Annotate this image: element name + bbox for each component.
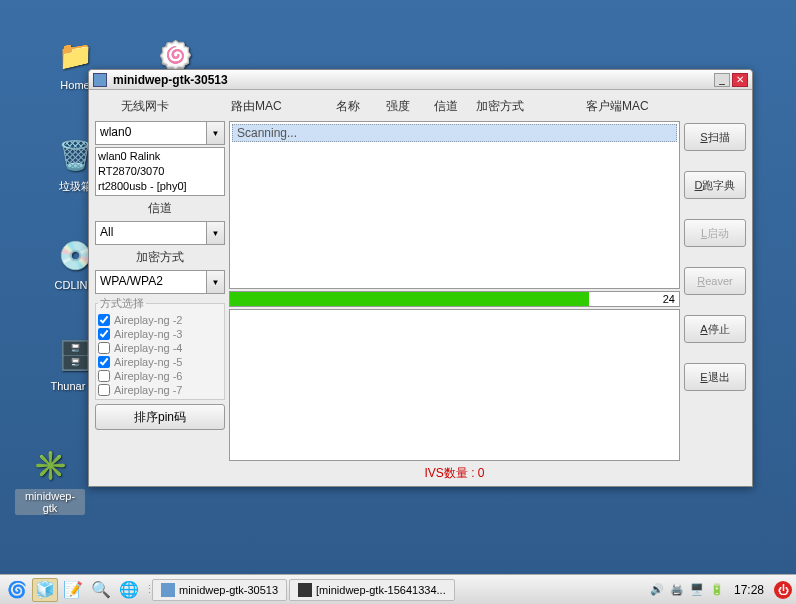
minimize-button[interactable]: _ bbox=[714, 73, 730, 87]
checkbox[interactable] bbox=[98, 356, 110, 368]
window-title: minidwep-gtk-30513 bbox=[113, 73, 712, 87]
wlan-listbox[interactable]: wlan0 Ralink RT2870/3070 rt2800usb - [ph… bbox=[95, 147, 225, 196]
checkbox[interactable] bbox=[98, 328, 110, 340]
right-panel: S扫描 D跑字典 L启动 Reaver A停止 E退出 bbox=[684, 121, 746, 484]
scan-button[interactable]: S扫描 bbox=[684, 123, 746, 151]
method-option[interactable]: Aireplay-ng -2 bbox=[98, 313, 222, 327]
task-button-minidwep[interactable]: minidwep-gtk-30513 bbox=[152, 579, 287, 601]
channel-value: All bbox=[95, 221, 207, 245]
checkbox[interactable] bbox=[98, 314, 110, 326]
method-option[interactable]: Aireplay-ng -6 bbox=[98, 369, 222, 383]
progress-fill bbox=[230, 292, 589, 306]
clock[interactable]: 17:28 bbox=[730, 583, 768, 597]
list-item[interactable]: RT2870/3070 bbox=[98, 164, 222, 179]
window-icon bbox=[93, 73, 107, 87]
list-item[interactable]: wlan0 Ralink bbox=[98, 149, 222, 164]
methods-fieldset: 方式选择 Aireplay-ng -2 Aireplay-ng -3 Airep… bbox=[95, 296, 225, 400]
method-option[interactable]: Aireplay-ng -7 bbox=[98, 383, 222, 397]
scanning-text: Scanning... bbox=[232, 124, 677, 142]
checkbox[interactable] bbox=[98, 370, 110, 382]
task-button-terminal[interactable]: [minidwep-gtk-15641334... bbox=[289, 579, 455, 601]
chevron-down-icon[interactable]: ▼ bbox=[207, 121, 225, 145]
editor-icon[interactable]: 📝 bbox=[60, 578, 86, 602]
taskbar: 🌀 🧊 📝 🔍 🌐 ⋮ minidwep-gtk-30513 [minidwep… bbox=[0, 574, 796, 604]
reaver-button[interactable]: Reaver bbox=[684, 267, 746, 295]
desktop-icon-minidwep-gtk[interactable]: ✳️ minidwep-gtk bbox=[15, 445, 85, 515]
left-panel: wlan0 ▼ wlan0 Ralink RT2870/3070 rt2800u… bbox=[95, 121, 225, 484]
display-icon[interactable]: 🖥️ bbox=[690, 583, 704, 596]
log-output[interactable] bbox=[229, 309, 680, 461]
power-button[interactable]: ⏻ bbox=[774, 581, 792, 599]
separator: ⋮ bbox=[144, 583, 150, 596]
volume-icon[interactable]: 🔊 bbox=[650, 583, 664, 596]
exit-button[interactable]: E退出 bbox=[684, 363, 746, 391]
printer-icon[interactable]: 🖨️ bbox=[670, 583, 684, 596]
wlan-combo[interactable]: wlan0 ▼ bbox=[95, 121, 225, 145]
method-option[interactable]: Aireplay-ng -5 bbox=[98, 355, 222, 369]
task-label: [minidwep-gtk-15641334... bbox=[316, 584, 446, 596]
checkbox[interactable] bbox=[98, 384, 110, 396]
progress-value: 24 bbox=[663, 293, 675, 305]
wlan-value: wlan0 bbox=[95, 121, 207, 145]
terminal-icon bbox=[298, 583, 312, 597]
checkbox[interactable] bbox=[98, 342, 110, 354]
scan-results[interactable]: Scanning... bbox=[229, 121, 680, 289]
dict-button[interactable]: D跑字典 bbox=[684, 171, 746, 199]
encryption-combo[interactable]: WPA/WPA2 ▼ bbox=[95, 270, 225, 294]
list-item[interactable]: rt2800usb - [phy0] bbox=[98, 179, 222, 194]
stop-button[interactable]: A停止 bbox=[684, 315, 746, 343]
icon-label: minidwep-gtk bbox=[15, 489, 85, 515]
app-icon: ✳️ bbox=[30, 445, 70, 485]
start-menu-icon[interactable]: 🌀 bbox=[4, 578, 30, 602]
chevron-down-icon[interactable]: ▼ bbox=[207, 221, 225, 245]
browser-icon[interactable]: 🌐 bbox=[116, 578, 142, 602]
show-desktop-icon[interactable]: 🧊 bbox=[32, 578, 58, 602]
progress-bar: 24 bbox=[229, 291, 680, 307]
methods-legend: 方式选择 bbox=[98, 296, 146, 311]
window-icon bbox=[161, 583, 175, 597]
method-option[interactable]: Aireplay-ng -3 bbox=[98, 327, 222, 341]
system-tray: 🔊 🖨️ 🖥️ 🔋 17:28 ⏻ bbox=[650, 581, 792, 599]
ivs-count: IVS数量 : 0 bbox=[229, 463, 680, 484]
encryption-value: WPA/WPA2 bbox=[95, 270, 207, 294]
chevron-down-icon[interactable]: ▼ bbox=[207, 270, 225, 294]
minidwep-window: minidwep-gtk-30513 _ ✕ 无线网卡 路由MAC 名称 强度 … bbox=[88, 69, 753, 487]
battery-icon[interactable]: 🔋 bbox=[710, 583, 724, 596]
channel-combo[interactable]: All ▼ bbox=[95, 221, 225, 245]
column-headers: 无线网卡 路由MAC 名称 强度 信道 加密方式 客户端MAC bbox=[91, 92, 750, 121]
method-option[interactable]: Aireplay-ng -4 bbox=[98, 341, 222, 355]
encryption-label: 加密方式 bbox=[95, 247, 225, 268]
channel-label: 信道 bbox=[95, 198, 225, 219]
center-panel: Scanning... 24 IVS数量 : 0 bbox=[229, 121, 680, 484]
sort-pin-button[interactable]: 排序pin码 bbox=[95, 404, 225, 430]
search-icon[interactable]: 🔍 bbox=[88, 578, 114, 602]
titlebar[interactable]: minidwep-gtk-30513 _ ✕ bbox=[89, 70, 752, 90]
launch-button[interactable]: L启动 bbox=[684, 219, 746, 247]
task-label: minidwep-gtk-30513 bbox=[179, 584, 278, 596]
close-button[interactable]: ✕ bbox=[732, 73, 748, 87]
